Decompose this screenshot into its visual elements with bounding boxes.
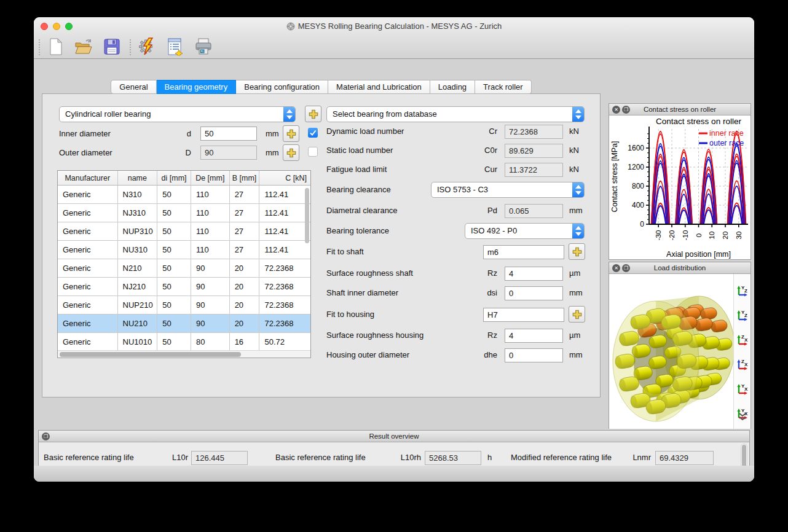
contact-stress-panel: ✕ ❐ Contact stress on roller 04008001200… [609, 103, 751, 260]
svg-text:Contact stress on roller: Contact stress on roller [656, 117, 741, 126]
shaft-inner-input[interactable]: 0 [505, 286, 563, 300]
table-row[interactable]: GenericNU3105011027112.41 [58, 241, 310, 259]
roughness-shaft-input[interactable]: 4 [505, 267, 563, 281]
inner-diameter-checkbox[interactable] [308, 128, 318, 138]
view-zx-button[interactable]: ZX [735, 358, 750, 372]
toolbar-separator [130, 39, 131, 55]
table-row[interactable]: GenericNJ3105011027112.41 [58, 204, 310, 222]
outer-diameter-checkbox[interactable] [308, 147, 318, 157]
table-cell: 50 [157, 296, 191, 315]
table-horizontal-scrollbar[interactable] [58, 350, 310, 358]
table-header-cell[interactable]: Manufacturer [58, 171, 118, 185]
table-cell: 110 [191, 241, 230, 259]
svg-text:inner race: inner race [709, 129, 744, 138]
plus-icon [286, 147, 297, 158]
collapse-toolbar-chevron-icon[interactable] [738, 413, 747, 424]
save-file-button[interactable] [102, 37, 122, 57]
inner-diameter-input[interactable]: 50 [200, 127, 257, 141]
calculate-button[interactable] [137, 37, 157, 57]
housing-outer-input[interactable]: 0 [505, 348, 563, 362]
float-panel-icon[interactable]: ❐ [622, 264, 630, 272]
table-cell: 27 [230, 204, 260, 222]
table-header-cell[interactable]: C [kN] [259, 171, 310, 185]
table-header-cell[interactable]: De [mm] [191, 171, 230, 185]
bearing-type-select[interactable]: Cylindrical roller bearing [59, 106, 296, 122]
dynamic-load-symbol: Cr [467, 127, 497, 136]
roughness-shaft-unit: µm [569, 268, 580, 278]
svg-text:0: 0 [695, 233, 703, 237]
view-zx-button[interactable]: ZX [735, 333, 750, 348]
fit-shaft-add-button[interactable] [569, 243, 585, 260]
table-row[interactable]: GenericNJ21050902072.2368 [58, 278, 310, 296]
contact-stress-header: ✕ ❐ Contact stress on roller [609, 104, 751, 115]
table-vertical-scrollbar[interactable] [305, 188, 309, 243]
result-symbol: Lnmr [605, 453, 651, 462]
tab-track-roller[interactable]: Track roller [475, 80, 532, 94]
bearing-table-body[interactable]: GenericN3105011027112.41GenericNJ3105011… [58, 186, 310, 351]
table-cell: 50 [157, 204, 191, 222]
result-overview-header: ❐ Result overview [39, 431, 749, 442]
toolbar-handle[interactable] [39, 39, 40, 55]
print-button[interactable] [194, 37, 213, 57]
table-cell: 50 [157, 186, 191, 204]
table-cell: 90 [191, 259, 230, 278]
tab-bearing-geometry[interactable]: Bearing geometry [157, 80, 237, 94]
table-cell: 50 [157, 278, 191, 296]
bearing-tolerance-select[interactable]: ISO 492 - P0 [465, 223, 585, 239]
tab-material-and-lubrication[interactable]: Material and Lubrication [328, 80, 430, 94]
report-button[interactable] [165, 37, 185, 57]
table-cell: N310 [118, 186, 158, 204]
fit-housing-add-button[interactable] [569, 306, 585, 323]
float-panel-icon[interactable]: ❐ [622, 106, 630, 114]
open-folder-icon [74, 49, 92, 58]
table-row[interactable]: GenericN3105011027112.41 [58, 186, 310, 204]
tab-bearing-configuration[interactable]: Bearing configuration [236, 80, 328, 94]
load-distribution-3d-view[interactable] [609, 274, 733, 429]
table-cell: 90 [191, 278, 230, 296]
svg-text:20: 20 [722, 232, 729, 240]
tab-general[interactable]: General [111, 80, 156, 94]
housing-outer-unit: mm [569, 350, 583, 359]
view-yz-button[interactable]: YZ [735, 308, 750, 323]
table-header-cell[interactable]: B [mm] [230, 171, 260, 185]
close-panel-icon[interactable]: ✕ [612, 264, 620, 272]
add-bearing-type-button[interactable] [305, 106, 321, 122]
fit-shaft-input[interactable]: m6 [483, 245, 564, 259]
table-cell: Generic [58, 204, 118, 222]
table-row[interactable]: GenericN21050902072.2368 [58, 259, 310, 278]
table-row[interactable]: GenericNUP3105011027112.41 [58, 222, 310, 241]
close-panel-icon[interactable]: ✕ [612, 106, 620, 114]
table-cell: 72.2368 [259, 259, 310, 278]
table-cell: Generic [58, 333, 118, 351]
table-cell: NU210 [118, 315, 158, 333]
table-row[interactable]: GenericNU101050801650.72 [58, 333, 310, 351]
roughness-housing-input[interactable]: 4 [505, 329, 563, 343]
float-panel-icon[interactable]: ❐ [42, 432, 50, 440]
load-distribution-panel: ✕ ❐ Load distribution YZYZZXZXYXYX [609, 262, 751, 429]
outer-diameter-add-button[interactable] [283, 144, 299, 161]
open-file-button[interactable] [73, 37, 93, 57]
database-select[interactable]: Select bearing from database [326, 106, 585, 122]
new-file-button[interactable] [46, 37, 66, 57]
view-yx-button[interactable]: YX [735, 382, 750, 397]
fit-housing-input[interactable]: H7 [483, 308, 564, 322]
table-cell: 20 [230, 259, 260, 278]
table-header-cell[interactable]: di [mm] [157, 171, 191, 185]
table-row[interactable]: GenericNU21050902072.2368 [58, 315, 310, 333]
bearing-clearance-select[interactable]: ISO 5753 - C3 [431, 182, 585, 198]
table-header-cell[interactable]: name [118, 171, 158, 185]
table-cell: 112.41 [259, 241, 310, 259]
table-row[interactable]: GenericNUP21050902072.2368 [58, 296, 310, 315]
titlebar[interactable]: MESYS Rolling Bearing Calculation - MESY… [34, 17, 754, 36]
tab-loading[interactable]: Loading [430, 80, 475, 94]
app-icon [286, 22, 295, 33]
roughness-housing-unit: µm [569, 331, 580, 340]
bearing-table[interactable]: Manufacturernamedi [mm]De [mm]B [mm]C [k… [57, 170, 311, 358]
table-cell: 27 [230, 186, 260, 204]
plus-icon [308, 109, 319, 120]
table-cell: NU1010 [118, 333, 158, 351]
outer-diameter-label: Outer diameter [59, 148, 112, 157]
view-yz-button[interactable]: YZ [735, 284, 750, 299]
fatigue-load-label: Fatigue load limit [326, 165, 387, 174]
inner-diameter-add-button[interactable] [283, 125, 299, 142]
